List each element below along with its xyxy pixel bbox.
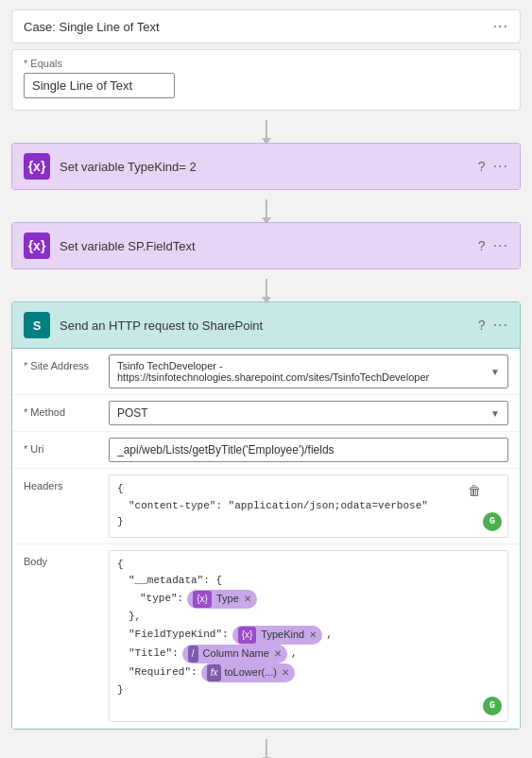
body-required-row: "Required": fx toLower(...) ✕ <box>117 663 500 682</box>
action-fieldtext-header[interactable]: {x} Set variable SP.FieldText ? ··· <box>11 222 521 269</box>
type-token-remove[interactable]: ✕ <box>244 592 251 607</box>
http-icon-letter: S <box>33 319 42 333</box>
colname-token-icon: / <box>188 646 198 663</box>
arrow-line-1 <box>266 120 267 139</box>
method-field[interactable]: POST ▼ <box>109 401 508 425</box>
action-fieldtext-help[interactable]: ? <box>478 238 486 253</box>
headers-delete-icon[interactable]: 🗑 <box>468 481 481 502</box>
arrow-line-4 <box>266 739 267 758</box>
headers-code[interactable]: 🗑 { "content-type": "application/json;od… <box>109 474 508 538</box>
body-closing-brace: }, <box>117 609 500 626</box>
action-fieldtext-title: Set variable SP.FieldText <box>60 239 469 253</box>
action-fieldtext-icon: {x} <box>24 233 50 259</box>
equals-input[interactable] <box>24 73 175 98</box>
typekind-token-icon: {x} <box>238 627 257 644</box>
tolower-token-label: toLower(...) <box>224 664 277 681</box>
action-typekind-help[interactable]: ? <box>478 159 486 174</box>
http-action-title: Send an HTTP request to SharePoint <box>60 319 469 333</box>
headers-line-1: { <box>117 481 500 498</box>
method-value: POST <box>117 406 148 420</box>
site-address-value: Tsinfo TechDeveloper - https://tsinfotec… <box>117 360 490 383</box>
case-header-menu[interactable]: ··· <box>493 18 508 35</box>
typekind-token: {x} TypeKind ✕ <box>232 626 323 645</box>
uri-value[interactable]: _api/web/Lists/getByTitle('Employee')/fi… <box>109 438 508 462</box>
body-comma-1: , <box>326 627 333 644</box>
equals-section: * Equals <box>11 49 521 111</box>
grammarly-btn: G <box>483 512 502 531</box>
action-typekind: {x} Set variable TypeKind= 2 ? ··· <box>11 143 521 190</box>
tolower-token-remove[interactable]: ✕ <box>282 665 289 680</box>
page-container: Case: Single Line of Text ··· * Equals {… <box>0 0 532 758</box>
tolower-token: fx toLower(...) ✕ <box>201 663 295 682</box>
body-line-3: "type": <box>140 591 183 608</box>
site-address-label: * Site Address <box>24 354 99 371</box>
type-token-label: Type <box>216 591 239 608</box>
equals-label: * Equals <box>24 58 508 69</box>
http-help-icon[interactable]: ? <box>478 318 486 333</box>
body-row: Body { "__metadata": { "type": {x} Type <box>12 544 520 729</box>
body-code[interactable]: { "__metadata": { "type": {x} Type ✕ <box>109 550 508 722</box>
body-line-1: { <box>117 557 500 574</box>
arrow-line-2 <box>266 199 267 218</box>
action-typekind-icon: {x} <box>24 153 50 180</box>
action-fieldtext-controls: ? ··· <box>478 237 508 254</box>
method-row: * Method POST ▼ <box>12 395 520 432</box>
body-close: } <box>117 682 500 699</box>
http-action-icon: S <box>24 312 50 338</box>
body-grammarly-btn: G <box>483 697 502 715</box>
body-code-container: { "__metadata": { "type": {x} Type ✕ <box>109 550 508 722</box>
method-label: * Method <box>24 401 99 418</box>
type-token: {x} Type ✕ <box>187 590 257 609</box>
arrow-3 <box>11 275 521 301</box>
arrow-2 <box>11 196 521 222</box>
method-dropdown[interactable]: POST ▼ <box>109 401 508 425</box>
site-address-field[interactable]: Tsinfo TechDeveloper - https://tsinfotec… <box>109 354 508 388</box>
body-line-6: "Title": <box>129 646 179 663</box>
site-address-row: * Site Address Tsinfo TechDeveloper - ht… <box>12 349 520 395</box>
uri-row: * Uri _api/web/Lists/getByTitle('Employe… <box>12 432 520 469</box>
body-metadata-line: "__metadata": { <box>117 573 500 590</box>
action-typekind-controls: ? ··· <box>478 158 508 175</box>
headers-row: Headers 🗑 { "content-type": "application… <box>12 469 520 544</box>
http-action: S Send an HTTP request to SharePoint ? ·… <box>11 301 521 730</box>
headers-line-2: "content-type": "application/json;odata=… <box>117 498 500 515</box>
http-action-menu[interactable]: ··· <box>493 317 508 334</box>
colname-token: / Column Name ✕ <box>182 645 287 663</box>
case-header: Case: Single Line of Text ··· <box>11 9 521 43</box>
action-typekind-menu[interactable]: ··· <box>493 158 508 175</box>
body-line-5: "FieldTypeKind": <box>129 627 229 644</box>
http-action-controls: ? ··· <box>478 317 508 334</box>
typekind-token-label: TypeKind <box>261 627 304 644</box>
body-label: Body <box>24 550 99 567</box>
typekind-token-remove[interactable]: ✕ <box>309 628 317 643</box>
body-line-7: "Required": <box>129 664 197 681</box>
body-type-row: "type": {x} Type ✕ <box>117 590 500 609</box>
type-token-icon: {x} <box>193 591 212 608</box>
site-address-dropdown[interactable]: Tsinfo TechDeveloper - https://tsinfotec… <box>109 354 508 388</box>
arrow-line-3 <box>266 279 267 298</box>
headers-line-3: } <box>117 514 500 531</box>
method-chevron: ▼ <box>490 408 500 419</box>
headers-code-container: 🗑 { "content-type": "application/json;od… <box>109 474 508 538</box>
body-comma-2: , <box>291 646 298 663</box>
arrow-1 <box>11 116 521 143</box>
action-fieldtext-menu[interactable]: ··· <box>493 237 508 254</box>
colname-token-label: Column Name <box>203 646 269 663</box>
action-typekind-title: Set variable TypeKind= 2 <box>60 160 469 174</box>
http-action-header[interactable]: S Send an HTTP request to SharePoint ? ·… <box>11 301 521 349</box>
body-typekind-row: "FieldTypeKind": {x} TypeKind ✕ , <box>117 626 500 645</box>
action-fieldtext: {x} Set variable SP.FieldText ? ··· <box>11 222 521 269</box>
tolower-token-icon: fx <box>207 664 222 681</box>
uri-field-container: _api/web/Lists/getByTitle('Employee')/fi… <box>109 438 508 462</box>
body-title-row: "Title": / Column Name ✕ , <box>117 645 500 663</box>
case-title: Case: Single Line of Text <box>24 20 160 34</box>
headers-label: Headers <box>24 474 99 491</box>
uri-label: * Uri <box>24 438 99 455</box>
http-block-body: * Site Address Tsinfo TechDeveloper - ht… <box>11 349 521 730</box>
site-address-chevron: ▼ <box>490 367 500 377</box>
action-typekind-header[interactable]: {x} Set variable TypeKind= 2 ? ··· <box>11 143 521 190</box>
colname-token-remove[interactable]: ✕ <box>274 646 282 662</box>
body-line-2: "__metadata": { <box>129 575 222 586</box>
arrow-4 <box>11 735 521 758</box>
